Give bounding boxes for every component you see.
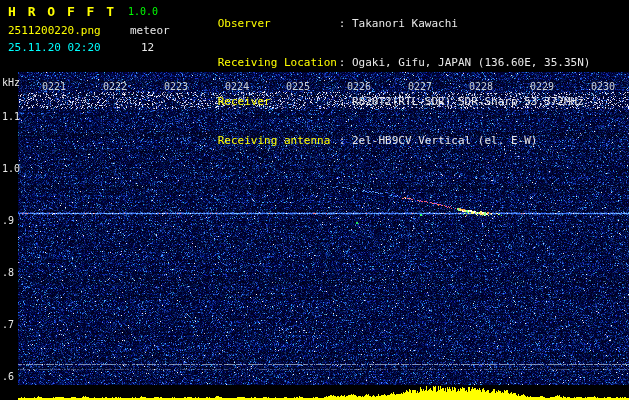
y-tick-label: .7 [0, 320, 20, 330]
output-filename: 2511200220.png [8, 24, 101, 37]
x-tick-label: 0230 [590, 82, 616, 92]
info-value: : Ogaki, Gifu, JAPAN (136.60E, 35.35N) [339, 56, 591, 69]
x-tick-label: 0225 [285, 82, 311, 92]
x-tick-label: 0226 [346, 82, 372, 92]
info-label: Receiving antenna [218, 134, 339, 147]
mode-label: meteor [130, 24, 170, 37]
info-value: : 2el-HB9CV Vertical (el. E-W) [339, 134, 538, 147]
info-value: : R820T2(RTL-SDR) SDR-Sharp 53.372MHz [339, 95, 584, 108]
app-version: 1.0.0 [128, 7, 158, 17]
datetime-label: 25.11.20 02:20 [8, 41, 101, 54]
y-tick-label: 1.1 [0, 112, 20, 122]
y-tick-label: .9 [0, 216, 20, 226]
x-tick-label: 0229 [529, 82, 555, 92]
x-tick-label: 0223 [163, 82, 189, 92]
meteor-count: 12 [141, 41, 154, 54]
info-value: : Takanori Kawachi [339, 17, 458, 30]
app-title: H R O F F T [8, 4, 116, 19]
info-row-location: Receiving Location: Ogaki, Gifu, JAPAN (… [178, 43, 590, 82]
y-tick-label: .8 [0, 268, 20, 278]
x-tick-label: 0227 [407, 82, 433, 92]
x-tick-label: 0221 [41, 82, 67, 92]
x-tick-label: 0224 [224, 82, 250, 92]
y-tick-label: 1.0 [0, 164, 20, 174]
info-label: Receiving Location [218, 56, 339, 69]
info-row-antenna: Receiving antenna: 2el-HB9CV Vertical (e… [178, 121, 590, 160]
x-tick-label: 0222 [102, 82, 128, 92]
info-row-observer: Observer: Takanori Kawachi [178, 4, 590, 43]
info-label: Observer [218, 17, 339, 30]
x-tick-label: 0228 [468, 82, 494, 92]
hrofft-window: H R O F F T 1.0.0 2511200220.png meteor … [0, 0, 629, 400]
y-tick-label: .6 [0, 372, 20, 382]
y-axis-unit-label: kHz [2, 78, 20, 88]
info-label: Receiver [218, 95, 339, 108]
